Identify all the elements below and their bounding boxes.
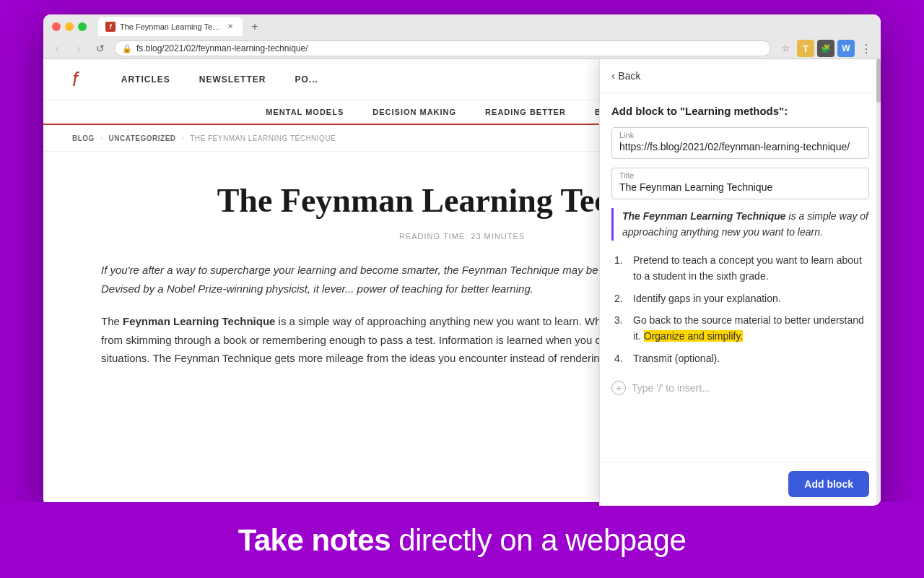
popup-footer: Add block (600, 462, 881, 506)
subnav-mental-models[interactable]: MENTAL MODELS (266, 108, 344, 116)
numbered-list: 1. Pretend to teach a concept you want t… (611, 252, 869, 366)
list-item-3-text: Go back to the source material to better… (633, 312, 869, 345)
insert-row[interactable]: + Type '/' to insert... (611, 378, 869, 398)
maximize-button[interactable] (78, 22, 87, 31)
forward-nav-button[interactable]: › (71, 40, 87, 56)
nav-link-articles[interactable]: ARTICLES (121, 74, 170, 85)
quote-bold: The Feynman Learning Technique (622, 210, 786, 222)
toolbar-icons: ☆ T 🧩 W ⋮ (777, 40, 875, 57)
link-input-group[interactable]: Link https://fs.blog/2021/02/feynman-lea… (611, 127, 869, 159)
breadcrumb-sep-2: › (182, 134, 185, 142)
nav-link-po[interactable]: PO... (295, 74, 318, 85)
link-label: Link (619, 131, 861, 139)
refresh-button[interactable]: ↺ (92, 40, 108, 56)
close-button[interactable] (52, 22, 61, 31)
subnav-decision-making[interactable]: DECISION MAKING (372, 108, 456, 116)
banner-bold: Take notes (238, 523, 391, 557)
minimize-button[interactable] (65, 22, 74, 31)
lock-icon: 🔒 (122, 44, 132, 53)
quote-block: The Feynman Learning Technique is a simp… (611, 208, 869, 241)
breadcrumb-sep-1: › (100, 134, 103, 142)
list-item-2-text: Identify gaps in your explanation. (633, 290, 781, 306)
popup-title: Add block to "Learning methods": (611, 105, 869, 117)
browser-titlebar: f The Feynman Learning Techni... ✕ + (43, 14, 881, 38)
more-options-button[interactable]: ⋮ (858, 40, 875, 57)
breadcrumb-uncategorized[interactable]: UNCATEGORIZED (109, 134, 176, 142)
website-content: f ARTICLES NEWSLETTER PO... 🔍 MENTAL MOD… (43, 59, 881, 506)
breadcrumb-current: THE FEYNMAN LEARNING TECHNIQUE (190, 134, 336, 142)
list-item-3: 3. Go back to the source material to bet… (614, 312, 869, 345)
address-bar[interactable]: 🔒 fs.blog/2021/02/feynman-learning-techn… (114, 40, 771, 56)
star-icon[interactable]: ☆ (777, 40, 794, 57)
popup-header: ‹ Back (600, 59, 881, 93)
extensions-icon[interactable]: 🧩 (817, 40, 834, 57)
browser-tab-active[interactable]: f The Feynman Learning Techni... ✕ (98, 17, 243, 36)
back-nav-button[interactable]: ‹ (49, 40, 65, 56)
title-input-group[interactable]: Title The Feynman Learning Technique (611, 168, 869, 199)
tab-close-button[interactable]: ✕ (225, 22, 235, 32)
bottom-banner: Take notes directly on a webpage (0, 502, 924, 578)
breadcrumb-blog[interactable]: BLOG (72, 134, 95, 142)
bottom-banner-text: Take notes directly on a webpage (238, 523, 687, 558)
address-text: fs.blog/2021/02/feynman-learning-techniq… (136, 43, 763, 53)
quote-text: The Feynman Learning Technique is a simp… (622, 208, 869, 241)
list-item-4: 4. Transmit (optional). (614, 350, 869, 366)
back-chevron-icon: ‹ (611, 69, 615, 82)
popup-body: Add block to "Learning methods": Link ht… (600, 93, 881, 462)
list-item-1: 1. Pretend to teach a concept you want t… (614, 252, 869, 285)
w-extension-icon[interactable]: W (837, 40, 855, 57)
popup-panel: ‹ Back Add block to "Learning methods": … (599, 59, 881, 506)
back-label: Back (618, 70, 640, 82)
tab-title: The Feynman Learning Techni... (120, 22, 221, 31)
insert-placeholder: Type '/' to insert... (632, 382, 710, 394)
traffic-lights (52, 22, 87, 31)
highlight-organize: Organize and simplify. (644, 330, 743, 342)
browser-addressbar: ‹ › ↺ 🔒 fs.blog/2021/02/feynman-learning… (43, 38, 881, 59)
link-value: https://fs.blog/2021/02/feynman-learning… (619, 141, 861, 152)
tab-favicon: f (105, 22, 116, 32)
t-extension-icon[interactable]: T (797, 40, 814, 57)
list-item-2: 2. Identify gaps in your explanation. (614, 290, 869, 306)
list-item-3-num: 3. (614, 312, 627, 345)
title-label: Title (619, 171, 861, 180)
list-item-1-text: Pretend to teach a concept you want to l… (633, 252, 869, 285)
new-tab-button[interactable]: + (245, 17, 264, 36)
site-logo[interactable]: f (72, 68, 78, 91)
article-body-bold: Feynman Learning Technique (123, 315, 275, 327)
list-item-4-num: 4. (614, 350, 627, 366)
insert-plus-icon[interactable]: + (611, 381, 626, 395)
tab-bar: f The Feynman Learning Techni... ✕ + (98, 17, 872, 36)
browser-chrome: f The Feynman Learning Techni... ✕ + ‹ ›… (43, 14, 881, 59)
browser-window: f The Feynman Learning Techni... ✕ + ‹ ›… (43, 14, 881, 506)
scrollbar-thumb (876, 59, 881, 103)
nav-link-newsletter[interactable]: NEWSLETTER (199, 74, 266, 85)
list-item-4-text: Transmit (optional). (633, 350, 720, 366)
list-item-2-num: 2. (614, 290, 627, 306)
list-item-1-num: 1. (614, 252, 627, 285)
subnav-reading-better[interactable]: READING BETTER (485, 108, 566, 116)
back-button[interactable]: ‹ Back (611, 69, 640, 82)
banner-rest: directly on a webpage (391, 523, 686, 557)
popup-scrollbar[interactable] (876, 59, 881, 506)
title-value: The Feynman Learning Technique (619, 181, 861, 193)
add-block-button[interactable]: Add block (788, 471, 869, 497)
